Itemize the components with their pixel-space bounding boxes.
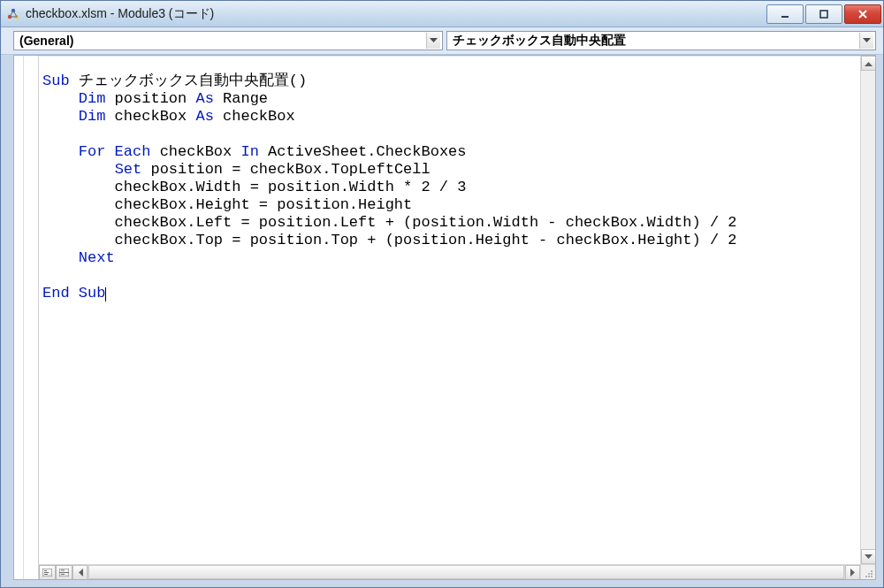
titlebar[interactable]: checkbox.xlsm - Module3 (コード) <box>1 1 883 27</box>
code-editor: Sub チェックボックス自動中央配置() Dim position As Ran… <box>13 55 876 580</box>
chevron-down-icon <box>426 33 440 49</box>
full-module-view-button[interactable] <box>56 565 72 579</box>
horizontal-scrollbar[interactable] <box>39 564 875 579</box>
svg-point-15 <box>871 573 873 575</box>
close-button[interactable] <box>844 4 881 24</box>
svg-point-18 <box>871 576 873 577</box>
object-dropdown[interactable]: (General) <box>13 31 443 50</box>
procedure-dropdown[interactable]: チェックボックス自動中央配置 <box>446 31 876 50</box>
app-icon <box>6 7 20 21</box>
scroll-left-button[interactable] <box>72 565 88 579</box>
vertical-scroll-track[interactable] <box>861 71 875 549</box>
svg-rect-3 <box>781 16 789 18</box>
minimize-button[interactable] <box>766 4 804 24</box>
margin-indicator-bar[interactable] <box>14 56 39 579</box>
code-pane[interactable]: Sub チェックボックス自動中央配置() Dim position As Ran… <box>42 73 859 548</box>
svg-point-16 <box>865 576 867 577</box>
horizontal-scroll-track[interactable] <box>88 565 845 579</box>
scroll-right-button[interactable] <box>845 565 860 579</box>
svg-point-17 <box>868 576 870 577</box>
scroll-up-button[interactable] <box>861 56 875 71</box>
svg-rect-11 <box>61 570 65 571</box>
horizontal-scroll-thumb[interactable] <box>88 565 844 579</box>
svg-rect-7 <box>44 572 49 573</box>
svg-point-13 <box>871 570 873 572</box>
resize-grip[interactable] <box>860 565 875 579</box>
vertical-scrollbar[interactable] <box>860 56 875 564</box>
window-title: checkbox.xlsm - Module3 (コード) <box>26 6 766 22</box>
procedure-dropdown-value: チェックボックス自動中央配置 <box>453 33 859 49</box>
maximize-button[interactable] <box>805 4 842 24</box>
svg-rect-12 <box>61 574 65 575</box>
svg-point-14 <box>868 573 870 575</box>
object-dropdown-value: (General) <box>19 34 426 48</box>
scroll-down-button[interactable] <box>861 549 875 564</box>
chevron-down-icon <box>859 33 873 49</box>
svg-rect-4 <box>820 11 827 18</box>
procedure-view-button[interactable] <box>39 565 56 579</box>
object-procedure-bar: (General) チェックボックス自動中央配置 <box>1 27 883 55</box>
svg-rect-6 <box>44 570 47 571</box>
svg-rect-8 <box>44 574 48 575</box>
